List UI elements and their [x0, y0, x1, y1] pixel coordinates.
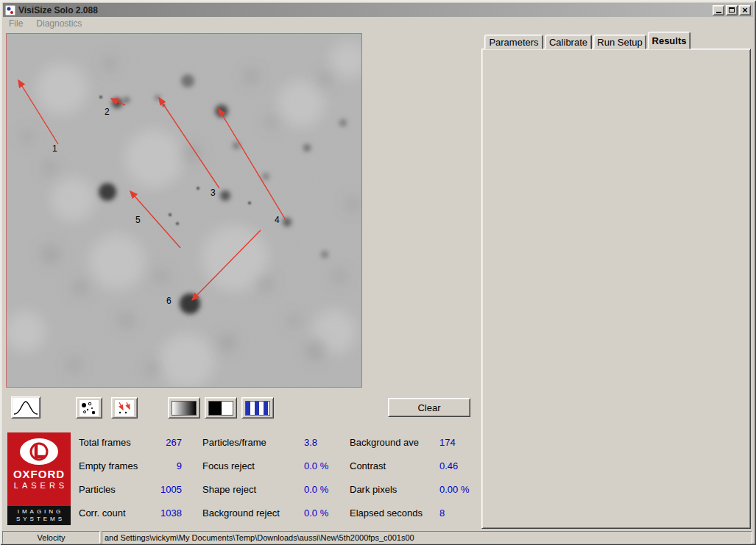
particles-per-frame-value: 3.8	[304, 437, 317, 448]
dark-pixels-value: 0.00 %	[439, 484, 469, 495]
svg-text:3: 3	[211, 188, 216, 198]
svg-text:4: 4	[275, 215, 280, 225]
svg-text:5: 5	[135, 215, 141, 225]
results-panel	[481, 49, 751, 529]
close-button[interactable]: ×	[739, 5, 751, 15]
show-particles-button[interactable]	[76, 397, 102, 418]
oxford-lasers-mark-icon	[18, 437, 60, 466]
clear-button[interactable]: Clear	[388, 398, 470, 417]
oxford-lasers-logo: OXFORD LASERS IMAGING SYSTEMS	[7, 432, 71, 525]
minimize-icon	[716, 12, 721, 13]
threshold-view-button[interactable]	[205, 397, 237, 418]
particle-image-canvas: 1 2 3 4 5 6	[7, 34, 361, 387]
corr-count-label: Corr. count	[79, 507, 145, 519]
tab-parameters[interactable]: Parameters	[484, 35, 543, 49]
menu-diagnostics[interactable]: Diagnostics	[36, 18, 82, 29]
svg-text:1: 1	[52, 143, 57, 154]
close-icon: ×	[742, 7, 747, 14]
logo-imaging-text: IMAGING	[18, 508, 64, 516]
particles-icon	[80, 400, 99, 416]
maximize-button[interactable]	[726, 5, 738, 15]
logo-oxford-text: OXFORD	[13, 468, 65, 480]
shape-reject-value: 0.0 %	[304, 484, 328, 495]
gaussian-curve-icon	[13, 398, 39, 417]
blue-stripes-icon	[245, 401, 270, 416]
particles-value: 1005	[142, 484, 182, 495]
false-color-view-button[interactable]	[241, 397, 274, 418]
tab-calibrate[interactable]: Calibrate	[545, 35, 592, 49]
particles-per-frame-label: Particles/frame	[202, 437, 302, 448]
focus-reject-label: Focus reject	[202, 460, 302, 471]
status-file-path: and Settings\vickym\My Documents\Temp\Do…	[102, 531, 752, 544]
app-window: VisiSize Solo 2.088 × File Diagnostics	[0, 0, 756, 545]
show-vectors-button[interactable]	[111, 397, 138, 418]
status-mode: Velocity	[2, 531, 100, 544]
elapsed-seconds-value: 8	[439, 507, 445, 519]
svg-text:2: 2	[105, 107, 110, 117]
size-distribution-button[interactable]	[11, 396, 40, 418]
background-reject-label: Background reject	[202, 507, 302, 519]
elapsed-seconds-label: Elapsed seconds	[350, 507, 438, 519]
particles-label: Particles	[79, 484, 145, 495]
tab-run-setup[interactable]: Run Setup	[593, 35, 646, 49]
dark-pixels-label: Dark pixels	[350, 484, 438, 495]
menubar: File Diagnostics	[3, 17, 753, 30]
logo-lasers-text: LASERS	[14, 481, 68, 490]
menu-file[interactable]: File	[9, 18, 23, 29]
background-reject-value: 0.0 %	[304, 507, 328, 519]
contrast-value: 0.46	[439, 460, 458, 471]
background-ave-value: 174	[439, 437, 456, 448]
shape-reject-label: Shape reject	[202, 484, 302, 495]
titlebar: VisiSize Solo 2.088 ×	[3, 3, 753, 17]
window-title: VisiSize Solo 2.088	[18, 5, 710, 15]
total-frames-value: 267	[142, 437, 182, 448]
tab-results[interactable]: Results	[648, 32, 690, 49]
grayscale-gradient-icon	[172, 401, 197, 416]
total-frames-label: Total frames	[79, 437, 145, 448]
contrast-label: Contrast	[350, 460, 438, 471]
logo-systems-text: SYSTEMS	[16, 516, 65, 523]
grayscale-view-button[interactable]	[168, 397, 200, 418]
minimize-button[interactable]	[713, 5, 724, 15]
focus-reject-value: 0.0 %	[304, 460, 328, 471]
corr-count-value: 1038	[142, 507, 182, 519]
particle-image[interactable]: 1 2 3 4 5 6	[6, 33, 362, 388]
app-icon	[5, 5, 15, 15]
maximize-icon	[729, 7, 735, 13]
svg-text:6: 6	[166, 296, 172, 306]
empty-frames-label: Empty frames	[79, 460, 145, 471]
background-ave-label: Background ave	[350, 437, 438, 448]
vectors-icon	[115, 400, 134, 416]
black-white-icon	[208, 401, 233, 416]
empty-frames-value: 9	[142, 460, 182, 471]
